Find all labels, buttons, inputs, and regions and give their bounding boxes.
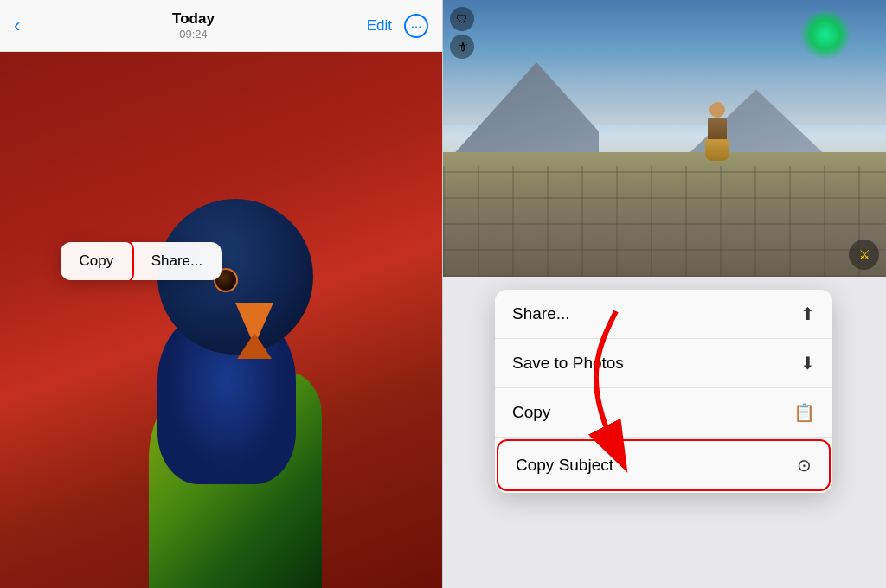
parrot-body [132,173,356,588]
copy-button-left[interactable]: Copy [61,242,134,280]
hud-icon-2: 🗡 [450,35,474,59]
game-bottom-area: Share... ⬆ Save to Photos ⬇ Copy 📋 Copy … [443,277,886,588]
char-head [709,102,725,118]
nav-subtitle: 09:24 [172,28,215,41]
hud-icon-1: 🛡 [450,7,474,31]
parrot-image-area: Copy Share... [0,52,442,588]
nav-bar: ‹ Today 09:24 Edit ··· [0,0,442,52]
more-button[interactable]: ··· [404,14,428,38]
game-glow [799,9,851,61]
left-panel: ‹ Today 09:24 Edit ··· Copy Share.. [0,0,443,588]
share-label-right: Share... [512,304,570,323]
right-panel: 🛡 🗡 ⚔ Share... ⬆ Save to Photos ⬇ [443,0,886,588]
nav-actions: Edit ··· [367,14,428,38]
back-button[interactable]: ‹ [14,15,20,37]
game-hud-bottom-right: ⚔ [849,240,879,270]
save-photos-button[interactable]: Save to Photos ⬇ [495,339,832,388]
copy-subject-button[interactable]: Copy Subject ⊙ [497,439,831,491]
game-character [704,102,730,171]
share-icon-right: ⬆ [800,304,815,324]
save-photos-icon: ⬇ [800,353,815,374]
edit-button[interactable]: Edit [367,17,392,35]
parrot-background: Copy Share... [0,52,442,588]
right-context-menu: Share... ⬆ Save to Photos ⬇ Copy 📋 Copy … [495,290,832,493]
copy-subject-icon: ⊙ [797,455,812,476]
game-stones [443,166,886,277]
copy-button-right[interactable]: Copy 📋 [495,388,832,438]
left-context-menu: Copy Share... [61,242,222,280]
save-photos-label: Save to Photos [512,354,624,373]
nav-title: Today [172,10,215,28]
copy-label-right: Copy [512,403,550,422]
parrot-beak-lower [237,333,272,359]
share-button-left[interactable]: Share... [132,242,222,280]
copy-icon-right: 📋 [793,402,815,423]
game-screenshot: 🛡 🗡 ⚔ [443,0,886,277]
char-cape [705,139,729,161]
copy-subject-label: Copy Subject [516,456,613,475]
nav-center: Today 09:24 [172,10,215,41]
game-hud-top-left: 🛡 🗡 [450,7,474,59]
share-button-right[interactable]: Share... ⬆ [495,290,832,339]
